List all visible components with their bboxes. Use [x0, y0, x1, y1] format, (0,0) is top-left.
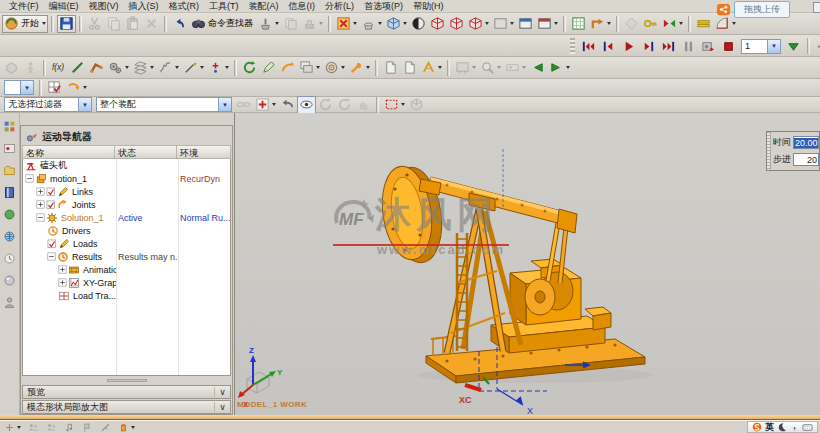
- combo-arrow-icon[interactable]: ▼: [218, 98, 231, 111]
- assembly-navigator-button[interactable]: [1, 119, 18, 134]
- back-arrow-button[interactable]: [278, 96, 297, 114]
- close-window-button[interactable]: [334, 15, 359, 33]
- green-down-button[interactable]: [784, 37, 803, 55]
- stop-button[interactable]: [719, 37, 738, 55]
- rotate-green-button[interactable]: [240, 59, 259, 77]
- tree-row-Solution_1[interactable]: Solution_1ActiveNormal Ru...: [23, 211, 230, 224]
- plug-button[interactable]: [98, 421, 113, 433]
- key-button[interactable]: [641, 15, 660, 33]
- web-browser-button[interactable]: [1, 229, 18, 244]
- yellow-lines-button[interactable]: [694, 15, 713, 33]
- menu-item-7[interactable]: 信息(I): [284, 0, 321, 13]
- step-forward-button[interactable]: [639, 37, 658, 55]
- pen-line-button[interactable]: [181, 59, 206, 77]
- panel-splitter[interactable]: [22, 376, 231, 384]
- joint-arrow-button[interactable]: [588, 15, 613, 33]
- menu-item-2[interactable]: 视图(V): [84, 0, 124, 13]
- file-2-button[interactable]: [400, 59, 419, 77]
- eye-button[interactable]: [297, 96, 316, 114]
- windows-copy-button[interactable]: [297, 59, 322, 77]
- column-name[interactable]: 名称: [22, 145, 115, 159]
- people-button[interactable]: [26, 421, 41, 433]
- modal-zoom-section[interactable]: 模态形状局部放大图 ∨: [22, 400, 231, 414]
- half-sphere-button[interactable]: [409, 15, 428, 33]
- pencil-green-button[interactable]: [259, 59, 278, 77]
- people-2-button[interactable]: [44, 421, 59, 433]
- punctuation-icon[interactable]: [790, 423, 799, 432]
- file-button[interactable]: [381, 59, 400, 77]
- pump-jack-model[interactable]: [235, 113, 820, 415]
- graphics-viewport[interactable]: XC X Z Y X: [234, 113, 820, 415]
- combo-arrow-icon[interactable]: ▼: [20, 81, 33, 94]
- window-red-button[interactable]: [535, 15, 560, 33]
- time-input[interactable]: 20.00: [793, 136, 819, 149]
- spring-button[interactable]: [156, 59, 181, 77]
- skip-to-start-button[interactable]: [579, 37, 598, 55]
- menu-item-0[interactable]: 文件(F): [4, 0, 44, 13]
- menu-item-5[interactable]: 工具(T): [204, 0, 244, 13]
- step-input[interactable]: 20: [793, 153, 819, 166]
- tree-row-Results[interactable]: ResultsResults may n...: [23, 250, 230, 263]
- upload-overlay[interactable]: 拖拽上传: [716, 1, 790, 18]
- tree-row-Drivers[interactable]: Drivers: [23, 224, 230, 237]
- toggle-red-green-button[interactable]: [660, 15, 685, 33]
- line-button[interactable]: [68, 59, 87, 77]
- play-button[interactable]: [619, 37, 638, 55]
- snap-point-button[interactable]: [2, 421, 23, 433]
- mesh-button[interactable]: [131, 59, 156, 77]
- target-button[interactable]: [322, 59, 347, 77]
- sogou-icon[interactable]: [752, 422, 762, 432]
- wrench-button[interactable]: [347, 59, 372, 77]
- gears-button[interactable]: [106, 59, 131, 77]
- chevron-down-icon[interactable]: ∨: [214, 387, 230, 397]
- fx-button[interactable]: f(x): [49, 59, 68, 77]
- save-button[interactable]: [57, 15, 76, 33]
- angle-button[interactable]: [419, 59, 444, 77]
- constraint-navigator-button[interactable]: [1, 141, 18, 156]
- arrow-right-green-button[interactable]: [547, 59, 572, 77]
- tree-row-LoadTra...[interactable]: Load Tra...: [23, 289, 230, 302]
- grid-check-button[interactable]: [45, 79, 64, 97]
- selection-filter-combo[interactable]: 无选择过滤器▼: [4, 97, 92, 112]
- tree-row-Joints[interactable]: Joints: [23, 198, 230, 211]
- tree-row-motion_1[interactable]: motion_1RecurDyn: [23, 172, 230, 185]
- tree-row-Loads[interactable]: Loads: [23, 237, 230, 250]
- background-swatch-button[interactable]: [491, 15, 516, 33]
- link-button[interactable]: [87, 59, 106, 77]
- ime-bar[interactable]: 英: [747, 421, 818, 433]
- wireframe-cube-3-button[interactable]: [466, 15, 491, 33]
- tree-row-Links[interactable]: Links: [23, 185, 230, 198]
- view-triad[interactable]: Z Y X: [235, 113, 820, 415]
- history-button[interactable]: [1, 251, 18, 266]
- skip-to-end-button[interactable]: [659, 37, 678, 55]
- ime-language[interactable]: 英: [765, 421, 774, 433]
- column-status[interactable]: 状态: [115, 145, 177, 159]
- spreadsheet-button[interactable]: [569, 15, 588, 33]
- start-gateway-button[interactable]: 开始: [2, 15, 48, 33]
- selection-scope-combo[interactable]: 整个装配▼: [96, 97, 232, 112]
- swing-arrow-button[interactable]: [278, 59, 297, 77]
- hd3d-tool-button[interactable]: [1, 207, 18, 222]
- chart-toggle-button[interactable]: [814, 37, 820, 55]
- menu-item-4[interactable]: 格式(R): [164, 0, 205, 13]
- keyboard-icon[interactable]: [802, 422, 813, 433]
- select-rect-button[interactable]: [382, 96, 407, 114]
- combo-arrow-icon[interactable]: ▼: [767, 40, 780, 53]
- moon-icon[interactable]: [777, 422, 787, 432]
- wireframe-cube-button[interactable]: [428, 15, 447, 33]
- jar-button[interactable]: [116, 421, 137, 433]
- note-button[interactable]: [62, 421, 77, 433]
- menu-item-6[interactable]: 装配(A): [244, 0, 284, 13]
- menu-item-3[interactable]: 插入(S): [124, 0, 164, 13]
- window-blue-button[interactable]: [516, 15, 535, 33]
- undo-button[interactable]: [170, 15, 189, 33]
- menu-item-8[interactable]: 分析(L): [320, 0, 359, 13]
- export-movie-button[interactable]: [699, 37, 718, 55]
- menu-item-10[interactable]: 帮助(H): [408, 0, 449, 13]
- tree-row-XY-Grap...[interactable]: XY-Grap...: [23, 276, 230, 289]
- tree-row-磕头机[interactable]: 磕头机: [23, 159, 230, 172]
- combo-arrow-icon[interactable]: ▼: [78, 98, 91, 111]
- preview-section[interactable]: 预览 ∨: [22, 385, 231, 399]
- reuse-library-button[interactable]: [1, 185, 18, 200]
- column-env[interactable]: 环境: [177, 145, 231, 159]
